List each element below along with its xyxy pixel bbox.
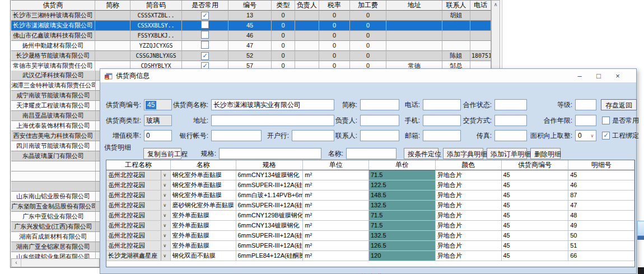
bank-input[interactable] <box>292 130 334 141</box>
column-header[interactable]: 单价 <box>369 160 436 170</box>
table-row[interactable]: 岳州北控花园∨室外单面贴膜6mmCNY134镀膜钢化m²71.5异地合片4549 <box>106 221 634 231</box>
bind-checkbox-wrap[interactable]: ✓ 工程绑定 <box>602 131 639 141</box>
list-item[interactable]: 湖南百成新材料有限公司 <box>11 232 100 242</box>
list-item[interactable]: 四川南玻节能玻璃有限公司 <box>11 141 100 151</box>
list-item[interactable]: 咸宁南玻节能玻璃有限公司 <box>11 91 100 101</box>
scroll-left-icon[interactable]: ‹ <box>12 259 21 267</box>
list-item[interactable] <box>11 171 100 182</box>
chevron-down-icon[interactable]: ∨ <box>161 170 169 180</box>
column-header[interactable]: 供货商 <box>11 1 95 11</box>
supplier-no-input[interactable]: 45 <box>144 99 172 110</box>
column-header[interactable]: 联系人 <box>442 1 470 11</box>
list-item[interactable]: 南昌亚晶玻璃有限公司 <box>11 111 100 121</box>
column-header[interactable]: 单位 <box>303 160 369 170</box>
grade-input[interactable] <box>575 99 596 110</box>
mobile-input[interactable] <box>423 115 461 126</box>
supplier-name-input[interactable] <box>211 99 334 110</box>
column-header[interactable]: 供货商编号 <box>502 160 569 170</box>
list-item[interactable]: 山东南山铝业股份有限公司 <box>11 192 100 202</box>
copy-project-button[interactable]: 复制当前工程 <box>143 148 181 159</box>
chevron-down-icon[interactable]: ∨ <box>161 211 169 220</box>
column-header[interactable]: 工程名称 <box>106 160 171 170</box>
list-item[interactable]: 东晶玻璃厦门有限公司 <box>11 151 100 161</box>
checkbox-unchecked-icon[interactable] <box>201 31 209 39</box>
name-filter-input[interactable] <box>346 148 396 159</box>
table-row[interactable]: 岳州北控花园∨磨砂钢化室外单面贴膜6mmSUPER-III+12A(硅..m²1… <box>106 201 634 211</box>
fax-input[interactable] <box>494 130 527 141</box>
project-combobox[interactable]: 岳州北控花园∨ <box>106 211 171 221</box>
list-item[interactable]: 广东兴发铝业(江西)有限公司 <box>11 222 100 232</box>
dialog-titlebar[interactable]: 供货商信息 – □ × <box>100 69 636 82</box>
chevron-down-icon[interactable]: ∨ <box>161 221 169 230</box>
table-row[interactable]: 岳州北控花园∨钢化室外单面贴膜6mmSUPER-III+12A(硅..m²122… <box>106 180 634 191</box>
table-row[interactable]: 扬州中勤建材有限公司YZZQJCYXGS47000 <box>11 41 491 51</box>
column-header[interactable]: 名称 <box>171 160 236 170</box>
column-header[interactable]: 明细号 <box>568 160 634 170</box>
email-input[interactable] <box>423 130 461 141</box>
common-checkbox-wrap[interactable]: 是否常用 <box>602 116 639 126</box>
list-item[interactable]: 广东中亚铝业有限公司 <box>11 212 100 222</box>
checkbox-unchecked-icon[interactable] <box>201 41 209 49</box>
maximize-button[interactable]: □ <box>589 72 608 80</box>
column-header[interactable]: 颜色 <box>436 160 502 170</box>
coop-years-input[interactable] <box>575 115 596 126</box>
chevron-down-icon[interactable]: ∨ <box>161 191 169 200</box>
add-order-detail-button[interactable]: 添加订单明细 <box>487 148 527 159</box>
add-dict-detail-button[interactable]: 添加字典明细 <box>443 148 483 159</box>
coop-status-input[interactable] <box>494 99 527 110</box>
column-header[interactable]: 类型 <box>272 1 295 11</box>
vat-input[interactable] <box>144 130 172 141</box>
chevron-down-icon[interactable]: ∨ <box>161 180 169 190</box>
scroll-up-icon[interactable]: ∧ <box>494 2 498 7</box>
delivery-input[interactable] <box>494 115 527 126</box>
supplier-type-input[interactable] <box>144 115 172 126</box>
close-button[interactable]: × <box>608 72 627 80</box>
table-row[interactable]: 岳州北控花园∨室外单面贴膜6mmCNY129B镀膜钢化m²71.5异地合片454… <box>106 211 634 221</box>
column-header[interactable]: 地址 <box>386 1 442 11</box>
minimize-button[interactable]: – <box>570 72 589 80</box>
project-combobox[interactable]: 岳州北控花园∨ <box>106 170 171 180</box>
checkbox-checked-icon[interactable]: ✓ <box>201 52 209 60</box>
address-input[interactable] <box>211 115 334 126</box>
list-item[interactable] <box>11 182 100 192</box>
column-header[interactable]: 编号 <box>228 1 272 11</box>
column-header[interactable]: 简称 <box>95 1 130 11</box>
table-row[interactable]: 长沙市潇湘玻璃实业有限公司CSSXXBLSY..45000 <box>11 21 491 31</box>
list-item[interactable]: 天津耀皮工程玻璃有限公司 <box>11 101 100 111</box>
table-row[interactable]: 佛山市亿鑫玻璃科技有限公司FSSYXBLKJ..46000 <box>11 31 491 41</box>
manager-input[interactable] <box>360 115 399 126</box>
column-header[interactable]: 负责人 <box>295 1 319 11</box>
project-combobox[interactable]: 长沙龙湖祺鑫星座∨ <box>106 251 171 261</box>
suppliers-grid-vscrollbar[interactable]: ∧ <box>491 0 500 71</box>
spec-filter-input[interactable] <box>219 148 321 159</box>
project-combobox[interactable]: 岳州北控花园∨ <box>106 241 171 251</box>
checkbox-checked-icon[interactable]: ✓ <box>201 12 209 20</box>
project-combobox[interactable]: 岳州北控花园∨ <box>106 191 171 201</box>
common-checkbox[interactable] <box>602 117 610 124</box>
supplier-list-hscrollbar[interactable]: ‹ <box>11 258 100 267</box>
table-row[interactable]: 岳州北控花园∨钢化室外单面贴膜6mm白玻+1.14PVB+6mm..m²148.… <box>106 191 634 201</box>
project-combobox[interactable]: 岳州北控花园∨ <box>106 180 171 191</box>
project-combobox[interactable]: 岳州北控花园∨ <box>106 231 171 241</box>
list-item[interactable]: 西安佳吉美电力科技有限公司 <box>11 131 100 141</box>
list-item[interactable]: 湖南广亚全铝家居有限公司 <box>11 242 100 252</box>
bind-checkbox[interactable]: ✓ <box>602 132 610 140</box>
list-item[interactable]: 上海优泰装饰材料有限公司 <box>11 121 100 131</box>
delete-detail-button[interactable]: 删除明细 <box>530 148 561 159</box>
list-item[interactable]: 湘潭三金特种玻璃有限责任公司 <box>11 81 100 91</box>
table-row[interactable]: 长沙龙湖祺鑫星座∨钢化双面不贴膜6mmPLE84+12A(硅酮胶..m²120异… <box>106 251 634 261</box>
project-combobox[interactable]: 岳州北控花园∨ <box>106 221 171 231</box>
area-round-combobox[interactable]: 0 ∨ <box>575 130 596 141</box>
checkbox-unchecked-icon[interactable] <box>201 21 209 29</box>
contact-input[interactable] <box>360 130 399 141</box>
column-header[interactable]: 加工费 <box>350 1 386 11</box>
bank-account-input[interactable] <box>211 130 262 141</box>
column-header[interactable]: 电话 <box>470 1 491 11</box>
chevron-down-icon[interactable]: ∨ <box>161 241 169 250</box>
column-header[interactable]: 税率 <box>319 1 350 11</box>
chevron-down-icon[interactable]: ∨ <box>161 231 169 240</box>
table-row[interactable]: 岳州北控花园∨室外单面贴膜6mmSUPER-III+12A(硅..m²132.5… <box>106 231 634 241</box>
chevron-down-icon[interactable]: ∨ <box>161 201 169 210</box>
list-item[interactable]: 广东坚朗五金制品股份有限公司 <box>11 202 100 212</box>
column-header[interactable]: 是否常用 <box>182 1 228 11</box>
